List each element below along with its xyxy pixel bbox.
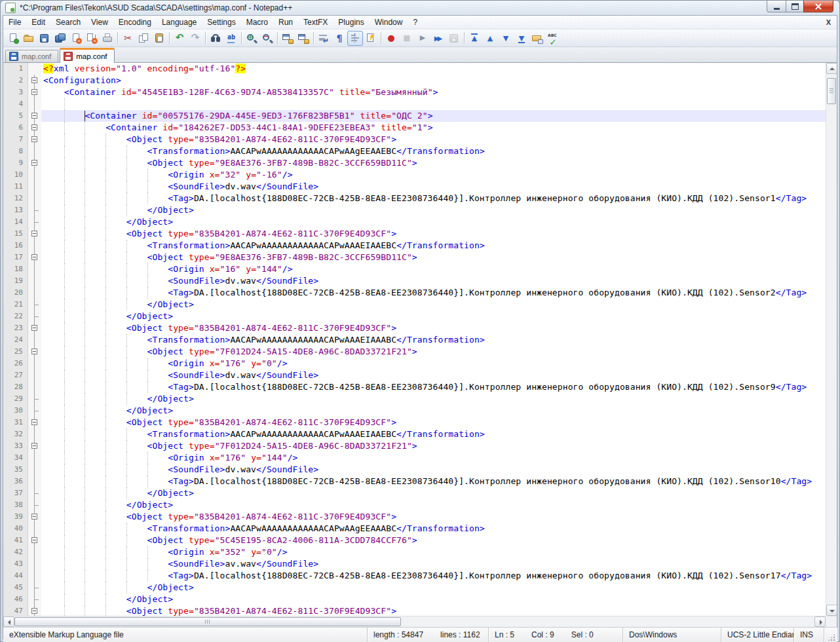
restore-button[interactable] [786,1,804,12]
code-text[interactable]: </Object> [41,582,826,594]
new-file-button[interactable] [5,31,21,46]
sync-v-button[interactable] [280,31,296,46]
fold-collapse-icon[interactable] [31,89,37,95]
code-text[interactable]: <Tag>DA.[localhost{188D08EC-72CB-425B-8E… [41,287,826,299]
code-text[interactable]: <Object type="9E8AE376-3FB7-489B-B82C-3C… [41,157,826,169]
code-line[interactable]: 14 </Object> [3,216,826,228]
horizontal-scroll-thumb[interactable] [14,617,401,626]
code-line-current[interactable]: 5 <Container id="00575176-29DA-445E-9ED3… [3,110,826,122]
code-line[interactable]: 10 <Origin x="32" y="-16"/> [3,169,826,181]
code-text[interactable]: </Object> [41,499,826,511]
fold-collapse-icon[interactable] [31,608,37,614]
sync-h-button[interactable] [296,31,311,46]
menu-textfx[interactable]: TextFX [298,16,333,29]
title-bar[interactable]: *C:\Program Files\Tekon\ASUD Scada\SCADA… [1,1,839,15]
code-line[interactable]: 33 <Object type="7F012D24-5A15-4DE8-A96C… [3,440,826,452]
code-line[interactable]: 29 </Object> [3,393,826,405]
menu-file[interactable]: File [3,16,26,29]
code-text[interactable]: <Container id="00575176-29DA-445E-9ED3-1… [41,110,826,122]
code-line[interactable]: 43 <SoundFile>av.wav</SoundFile> [3,558,826,570]
code-line[interactable]: 15 <Object type="835B4201-A874-4E62-811C… [3,228,826,240]
code-line[interactable]: 35 <SoundFile>dv.wav</SoundFile> [3,464,826,476]
menu-macro[interactable]: Macro [241,16,273,29]
fold-margin[interactable] [28,511,41,523]
fold-margin[interactable] [28,157,41,169]
fold-margin[interactable] [28,134,41,145]
fold-margin[interactable] [28,535,41,546]
indent-guide-button[interactable] [347,31,363,46]
code-line[interactable]: 27 <SoundFile>dv.wav</SoundFile> [3,369,826,381]
code-line[interactable]: 47 <Object type="835B4201-A874-4E62-811C… [3,605,826,616]
fold-collapse-icon[interactable] [31,136,37,142]
fold-collapse-icon[interactable] [31,349,37,354]
code-text[interactable]: </Object> [41,216,826,228]
tab-map-conf-1[interactable]: map.conf [5,50,58,62]
code-text[interactable]: <Tag>DA.[localhost{188D08EC-72CB-425B-8E… [41,193,826,204]
macro-record-button[interactable]: ● [383,31,399,46]
jump-prev-button[interactable]: ▲ [482,31,498,46]
macro-save-button[interactable] [446,31,462,46]
word-wrap-button[interactable]: ↵ [316,31,332,46]
zoom-in-button[interactable]: + [244,31,259,46]
code-text[interactable]: <Transformation>AACAPwAAAAAAAAAAAACAPwAA… [41,145,826,157]
code-line[interactable]: 40 <Transformation>AACAPwAAAAAAAAAAAACAP… [3,523,826,535]
menu-settings[interactable]: Settings [202,16,240,29]
code-text[interactable]: <Transformation>AACAPwAAAAAAAAAAAACAPwAA… [41,428,826,440]
fold-collapse-icon[interactable] [31,325,37,331]
code-text[interactable]: <Object type="835B4201-A874-4E62-811C-37… [41,605,826,616]
menu-run[interactable]: Run [273,16,298,29]
save-button[interactable] [37,31,52,46]
code-text[interactable]: <SoundFile>dv.wav</SoundFile> [41,181,826,193]
menu-plugins[interactable]: Plugins [333,16,369,29]
code-text[interactable]: </Object> [41,311,826,322]
code-text[interactable]: <Origin x="16" y="144"/> [41,263,826,275]
fold-margin[interactable] [28,252,41,263]
code-text[interactable]: <Origin x="352" y="0"/> [41,546,826,558]
fold-margin[interactable] [28,322,41,334]
code-line[interactable]: 9 <Object type="9E8AE376-3FB7-489B-B82C-… [3,157,826,169]
code-text[interactable]: <Transformation>AACAPwAAAAAAAAAAAACAPwAA… [41,240,826,252]
menu-window[interactable]: Window [370,16,408,29]
code-line[interactable]: 2<Configuration> [3,75,826,86]
code-line[interactable]: 42 <Origin x="352" y="0"/> [3,546,826,558]
macro-stop-button[interactable]: ■ [399,31,415,46]
fold-margin[interactable] [28,75,41,86]
code-line[interactable]: 30 </Object> [3,405,826,417]
code-text[interactable]: <Configuration> [41,75,826,86]
code-text[interactable]: </Object> [41,405,826,417]
close-button[interactable] [68,31,84,46]
macro-play-button[interactable]: ▶ [415,31,430,46]
code-text[interactable]: <Origin x="176" y="0"/> [41,358,826,369]
code-area[interactable]: 1<?xml version="1.0" encoding="utf-16"?>… [3,63,826,616]
scroll-up-button[interactable] [826,63,837,74]
code-line[interactable]: 11 <SoundFile>dv.wav</SoundFile> [3,181,826,193]
save-session-button[interactable] [529,31,545,46]
code-text[interactable]: <Object type="7F012D24-5A15-4DE8-A96C-8D… [41,346,826,358]
replace-button[interactable]: ab [223,31,239,46]
jump-last-button[interactable]: ▼ [514,31,529,46]
vertical-scroll-thumb[interactable] [827,78,836,104]
print-button[interactable] [100,31,115,46]
code-text[interactable]: <Transformation>AACAPwAAAAAAAAAAAACAPwAA… [41,334,826,346]
code-text[interactable]: <Object type="9E8AE376-3FB7-489B-B82C-3C… [41,252,826,263]
code-text[interactable]: <SoundFile>dv.wav</SoundFile> [41,369,826,381]
code-text[interactable]: </Object> [41,594,826,605]
code-text[interactable]: <Transformation>AACAPwAAAAAAAAAAAACAPwAA… [41,523,826,535]
code-line[interactable]: 16 <Transformation>AACAPwAAAAAAAAAAAACAP… [3,240,826,252]
code-line[interactable]: 12 <Tag>DA.[localhost{188D08EC-72CB-425B… [3,193,826,204]
code-text[interactable]: </Object> [41,487,826,499]
code-text[interactable]: </Object> [41,393,826,405]
jump-next-button[interactable]: ▼ [498,31,514,46]
scroll-down-button[interactable] [826,605,837,616]
code-line[interactable]: 24 <Transformation>AACAPwAAAAAAAAAAAACAP… [3,334,826,346]
function-list-button[interactable] [363,31,379,46]
menu-encoding[interactable]: Encoding [113,16,157,29]
fold-collapse-icon[interactable] [31,160,37,166]
fold-collapse-icon[interactable] [31,77,37,83]
code-line[interactable]: 26 <Origin x="176" y="0"/> [3,358,826,369]
code-text[interactable]: <Origin x="176" y="144"/> [41,452,826,464]
fold-collapse-icon[interactable] [31,113,37,119]
code-text[interactable]: <Object type="835B4201-A874-4E62-811C-37… [41,134,826,145]
close-all-button[interactable] [84,31,100,46]
code-line[interactable]: 8 <Transformation>AACAPwAAAAAAAAAAAACAPw… [3,145,826,157]
